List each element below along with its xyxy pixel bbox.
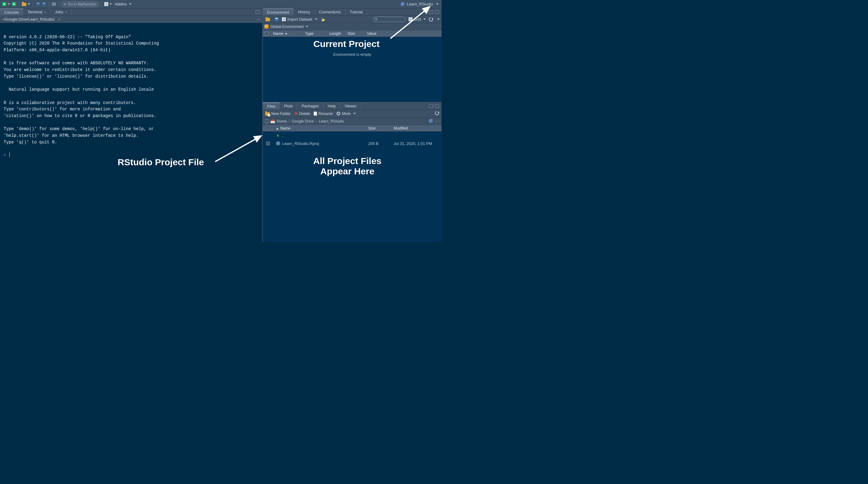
minimize-pane-icon[interactable] bbox=[429, 104, 433, 108]
tab-packages[interactable]: Packages bbox=[297, 102, 323, 110]
tab-plots[interactable]: Plots bbox=[280, 102, 297, 110]
more-path-icon[interactable]: ⋯ bbox=[435, 119, 439, 123]
select-all-checkbox[interactable] bbox=[265, 32, 269, 35]
minimize-pane-icon[interactable] bbox=[255, 10, 260, 14]
tab-tutorial[interactable]: Tutorial bbox=[345, 8, 367, 16]
delete-icon bbox=[294, 112, 298, 115]
new-file-button[interactable] bbox=[1, 1, 11, 7]
maximize-pane-icon[interactable] bbox=[435, 104, 439, 108]
parent-dir-row[interactable]: .. bbox=[263, 131, 441, 140]
open-wd-icon[interactable] bbox=[57, 18, 61, 21]
main-toolbar: Go to file/function Addins Learn_RStudio bbox=[0, 0, 441, 8]
tab-connections[interactable]: Connections bbox=[315, 8, 345, 16]
chevron-right-icon: › bbox=[315, 119, 317, 123]
search-icon bbox=[375, 18, 378, 21]
tab-history[interactable]: History bbox=[294, 8, 315, 16]
new-project-button[interactable] bbox=[11, 1, 17, 7]
files-toolbar: New Folder Delete Rename More bbox=[263, 110, 441, 118]
tab-viewer[interactable]: Viewer bbox=[340, 102, 361, 110]
clear-env-icon[interactable] bbox=[320, 17, 326, 23]
breadcrumb-home[interactable]: Home bbox=[277, 119, 287, 123]
console-tabstrip: Console Terminal× Jobs× bbox=[0, 8, 262, 16]
files-columns: Name Size Modified bbox=[263, 125, 441, 131]
grid-icon bbox=[408, 17, 412, 21]
minimize-pane-icon[interactable] bbox=[429, 10, 433, 14]
import-dataset-menu[interactable]: Import Dataset bbox=[282, 17, 317, 22]
refresh-icon[interactable] bbox=[434, 110, 440, 116]
new-folder-button[interactable]: New Folder bbox=[265, 112, 291, 116]
rproj-icon[interactable] bbox=[429, 119, 433, 123]
project-switcher[interactable]: Learn_RStudio bbox=[401, 2, 440, 6]
doc-icon bbox=[314, 112, 317, 116]
refresh-icon[interactable] bbox=[428, 17, 434, 22]
files-body: .. Learn_RStudio.Rproj 205 B Jul 31, 202… bbox=[263, 131, 441, 242]
goto-placeholder: Go to file/function bbox=[68, 2, 96, 6]
chevron-right-icon: › bbox=[288, 119, 290, 123]
project-name: Learn_RStudio bbox=[407, 2, 433, 6]
tab-console[interactable]: Console bbox=[0, 8, 23, 16]
rename-button[interactable]: Rename bbox=[314, 112, 333, 116]
grid-icon bbox=[282, 17, 286, 21]
env-scope[interactable]: Global Environment bbox=[270, 25, 308, 29]
tab-terminal[interactable]: Terminal× bbox=[23, 8, 51, 16]
clear-console-icon[interactable] bbox=[255, 17, 260, 22]
env-body: Environment is empty bbox=[263, 37, 441, 102]
tab-jobs[interactable]: Jobs× bbox=[51, 8, 71, 16]
env-scope-bar: Global Environment bbox=[263, 23, 441, 30]
console-output[interactable]: R version 4.0.2 (2020-06-22) -- "Taking … bbox=[0, 23, 262, 242]
breadcrumb-item[interactable]: Google Drive bbox=[292, 119, 314, 123]
rproj-icon bbox=[401, 2, 405, 6]
select-all-checkbox[interactable] bbox=[265, 120, 269, 123]
files-breadcrumb: Home › Google Drive › Learn_RStudio ⋯ bbox=[263, 118, 441, 125]
home-icon[interactable] bbox=[271, 120, 275, 123]
more-menu[interactable]: More bbox=[336, 112, 355, 116]
file-size: 205 B bbox=[366, 141, 392, 146]
tools-grid-button[interactable] bbox=[103, 1, 113, 7]
tab-help[interactable]: Help bbox=[323, 102, 340, 110]
up-arrow-icon bbox=[276, 134, 280, 138]
console-working-dir: ~/Google Drive/Learn_RStudio/ bbox=[2, 17, 55, 22]
gear-icon bbox=[336, 112, 340, 116]
close-icon[interactable]: × bbox=[65, 10, 67, 14]
open-file-button[interactable] bbox=[21, 1, 31, 7]
breadcrumb-item[interactable]: Learn_RStudio bbox=[319, 119, 344, 123]
svg-point-0 bbox=[375, 18, 377, 20]
package-icon bbox=[265, 25, 269, 29]
env-toolbar: Import Dataset Grid bbox=[263, 16, 441, 23]
goto-file-input[interactable]: Go to file/function bbox=[61, 1, 99, 7]
sort-asc-icon[interactable] bbox=[276, 128, 279, 129]
save-icon[interactable] bbox=[35, 1, 41, 7]
files-tabstrip: Files Plots Packages Help Viewer bbox=[263, 102, 441, 110]
sort-asc-icon[interactable] bbox=[285, 33, 287, 34]
save-workspace-icon[interactable] bbox=[273, 17, 279, 23]
tab-files[interactable]: Files bbox=[263, 102, 280, 110]
delete-button[interactable]: Delete bbox=[294, 112, 310, 116]
console-path-bar: ~/Google Drive/Learn_RStudio/ bbox=[0, 16, 262, 23]
save-all-icon[interactable] bbox=[41, 1, 47, 7]
file-name: Learn_RStudio.Rproj bbox=[282, 141, 319, 146]
folder-plus-icon bbox=[265, 112, 270, 116]
env-columns: Name Type Length Size Value bbox=[263, 30, 441, 37]
rproj-icon bbox=[276, 141, 280, 146]
env-search-input[interactable] bbox=[373, 17, 405, 22]
close-icon[interactable]: × bbox=[44, 10, 46, 14]
env-tabstrip: Environment History Connections Tutorial bbox=[263, 8, 441, 16]
row-checkbox[interactable] bbox=[266, 142, 270, 145]
file-modified: Jul 31, 2020, 1:01 PM bbox=[392, 141, 441, 146]
addins-menu[interactable]: Addins bbox=[113, 2, 133, 6]
load-workspace-icon[interactable] bbox=[265, 17, 271, 23]
print-icon[interactable] bbox=[51, 1, 57, 7]
maximize-pane-icon[interactable] bbox=[435, 10, 439, 14]
tab-environment[interactable]: Environment bbox=[263, 8, 294, 16]
env-empty-message: Environment is empty bbox=[333, 52, 371, 57]
env-view-mode[interactable]: Grid bbox=[408, 17, 426, 22]
file-row[interactable]: Learn_RStudio.Rproj 205 B Jul 31, 2020, … bbox=[263, 140, 441, 147]
